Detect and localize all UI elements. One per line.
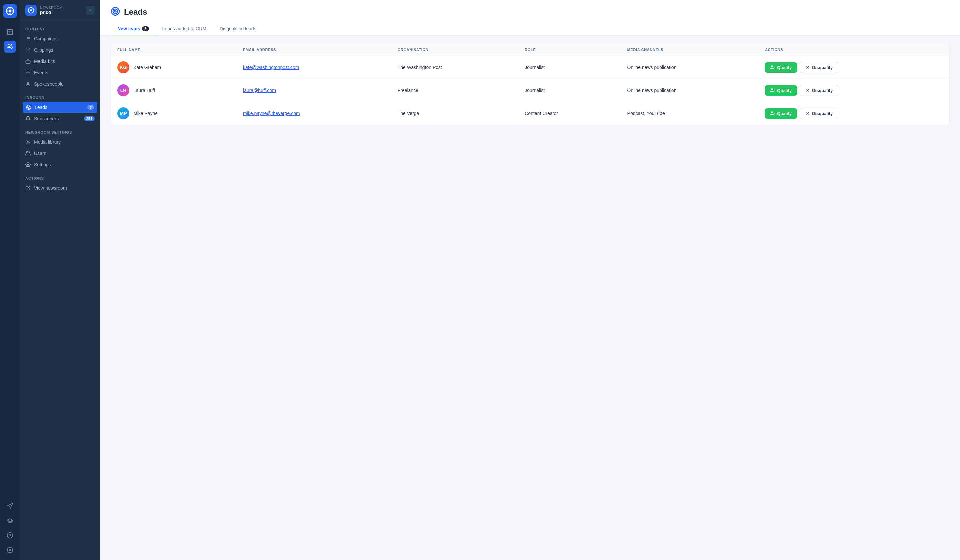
organisation: The Verge [398,110,419,116]
rail-content-icon[interactable] [4,26,16,38]
svg-point-28 [27,106,30,109]
users-icon [25,151,30,156]
sidebar-item-media-library[interactable]: Media library [20,136,100,148]
svg-rect-21 [26,60,30,63]
media-channels: Online news publication [627,88,677,93]
logo-button[interactable] [3,4,17,18]
subscribers-badge: 251 [84,116,94,121]
sidebar-item-subscribers[interactable]: Subscribers 251 [20,113,100,124]
avatar: MP [117,107,130,119]
actions-cell: Qualify Disqualify [765,62,942,73]
tab-new-leads[interactable]: New leads 3 [110,23,156,35]
x-icon [805,88,810,93]
disqualify-button[interactable]: Disqualify [800,108,838,119]
tab-leads-crm[interactable]: Leads added to CRM [156,23,213,35]
col-role: ROLE [518,44,620,56]
organisation: Freelance [398,88,418,93]
sidebar-item-clippings[interactable]: Clippings [20,44,100,56]
media-channels: Online news publication [627,65,677,70]
svg-point-12 [9,549,11,551]
sidebar: NEWSROOM pr.co Content Campaigns Clippin… [20,0,100,560]
role: Content Creator [525,110,558,116]
role: Journalist [525,65,545,70]
svg-point-43 [771,89,773,90]
sidebar-item-media-kits[interactable]: Media kits [20,56,100,67]
col-organisation: ORGANISATION [391,44,518,56]
sidebar-item-spokespeople[interactable]: Spokespeople [20,78,100,90]
leads-icon [110,7,120,18]
sidebar-item-events[interactable]: Events [20,67,100,78]
svg-point-48 [771,112,773,114]
svg-line-34 [28,186,30,188]
avatar: LH [117,84,130,96]
person-add-icon [770,65,775,70]
email-link[interactable]: laura@huff.com [243,88,276,93]
sidebar-header: NEWSROOM pr.co [20,0,100,21]
rail-settings-icon[interactable] [4,544,16,556]
name-cell-mike: MP Mike Payne [117,107,230,119]
email-link[interactable]: mike.payne@theverge.com [243,110,300,116]
lead-name: Mike Payne [133,110,158,116]
actions-cell: Qualify Disqualify [765,108,942,119]
tabs: New leads 3 Leads added to CRM Disqualif… [110,23,949,35]
svg-point-32 [26,151,28,153]
rail-inbound-icon[interactable] [4,41,16,53]
svg-point-26 [27,82,29,84]
col-email: EMAIL ADDRESS [236,44,391,56]
svg-point-14 [30,9,32,11]
icon-rail [0,0,20,560]
actions-cell: Qualify Disqualify [765,85,942,96]
sidebar-item-campaigns[interactable]: Campaigns [20,33,100,44]
sidebar-item-view-newsroom[interactable]: View newsroom [20,182,100,194]
qualify-button[interactable]: Qualify [765,85,797,96]
target-icon [26,105,31,110]
svg-point-37 [115,11,116,12]
section-label-actions: Actions [20,170,100,182]
sidebar-dropdown-button[interactable] [86,6,94,14]
sidebar-item-leads[interactable]: Leads 3 [23,102,98,113]
qualify-button[interactable]: Qualify [765,108,797,119]
bell-icon [25,116,30,121]
page-title: Leads [124,7,147,17]
person-icon [25,82,30,87]
sidebar-item-users[interactable]: Users [20,148,100,159]
x-icon [805,65,810,70]
lead-name: Kate Graham [133,65,161,70]
disqualify-button[interactable]: Disqualify [800,62,838,73]
email-link[interactable]: kate@washingtonpost.com [243,65,299,70]
avatar: KG [117,61,130,73]
org-name: pr.co [40,10,83,15]
col-full-name: FULL NAME [110,44,236,56]
qualify-button[interactable]: Qualify [765,62,797,73]
svg-point-9 [8,44,10,46]
tag-icon [25,47,30,53]
table-row: LH Laura Huff laura@huff.com Freelance J… [110,79,949,102]
media-channels: Podcast, YouTube [627,110,665,116]
gear-icon [25,162,30,167]
organisation: The Washington Post [398,65,442,70]
sidebar-logo [25,5,37,16]
person-add-icon [770,88,775,93]
rail-graduation-icon[interactable] [4,515,16,526]
tab-disqualified[interactable]: Disqualified leads [213,23,263,35]
image-icon [25,139,30,145]
rail-megaphone-icon[interactable] [4,500,16,512]
sidebar-item-settings[interactable]: Settings [20,159,100,170]
table-row: KG Kate Graham kate@washingtonpost.com T… [110,56,949,79]
name-cell-laura: LH Laura Huff [117,84,230,96]
briefcase-icon [25,59,30,64]
new-leads-badge: 3 [142,26,149,31]
table-row: MP Mike Payne mike.payne@theverge.com Th… [110,102,949,125]
section-label-settings: Newsroom settings [20,124,100,136]
disqualify-button[interactable]: Disqualify [800,85,838,96]
external-link-icon [25,185,30,190]
rail-help-icon[interactable] [4,530,16,541]
section-label-content: Content [20,21,100,33]
page-header: Leads New leads 3 Leads added to CRM Dis… [100,0,960,36]
section-label-inbound: Inbound [20,90,100,102]
table-area: FULL NAME EMAIL ADDRESS ORGANISATION ROL… [100,36,960,560]
newsroom-label: NEWSROOM [40,6,83,10]
person-add-icon [770,111,775,116]
main-content: Leads New leads 3 Leads added to CRM Dis… [100,0,960,560]
leads-table: FULL NAME EMAIL ADDRESS ORGANISATION ROL… [110,44,949,125]
